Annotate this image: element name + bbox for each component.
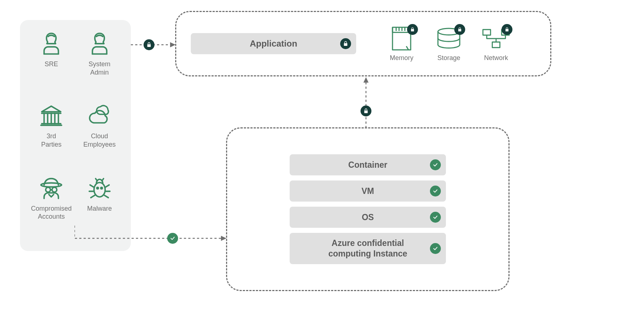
person-icon [87, 31, 112, 56]
threat-label: SystemAdmin [89, 60, 110, 76]
svg-marker-32 [170, 42, 176, 47]
lock-icon [361, 106, 371, 116]
threat-item-cloudemployees: CloudEmployees [83, 103, 116, 148]
svg-line-18 [105, 185, 109, 187]
threat-label: Malware [87, 204, 112, 213]
stack-label: OS [362, 212, 374, 223]
svg-line-13 [96, 178, 97, 181]
svg-point-22 [101, 187, 102, 188]
resource-label: Memory [390, 54, 413, 62]
threat-label: SRE [45, 60, 58, 68]
lock-icon [502, 24, 512, 35]
threat-label: CloudEmployees [83, 132, 116, 148]
threat-item-sre: SRE [39, 31, 64, 68]
resource-label: Storage [437, 54, 460, 62]
check-icon [430, 159, 441, 170]
threat-item-sysadmin: SystemAdmin [87, 31, 112, 76]
check-icon [430, 212, 441, 223]
stack-label: Azure confidential computing Instance [311, 238, 424, 259]
threat-item-malware: Malware [87, 175, 112, 213]
person-icon [39, 31, 64, 56]
resource-label: Network [484, 54, 508, 62]
svg-marker-35 [363, 77, 369, 83]
svg-marker-33 [221, 236, 226, 241]
stack-chip-os: OS [290, 207, 446, 228]
stack-label: Container [348, 160, 387, 170]
spy-icon [39, 175, 64, 201]
stack-chip-container: Container [290, 154, 446, 175]
threat-label: 3rdParties [41, 132, 61, 148]
svg-point-10 [52, 187, 57, 192]
svg-rect-28 [483, 29, 491, 35]
svg-point-9 [46, 187, 51, 192]
application-label: Application [250, 39, 297, 49]
application-chip: Application [191, 33, 356, 54]
lock-icon [407, 24, 418, 35]
resource-network: Network [482, 26, 511, 62]
check-icon [430, 243, 441, 254]
svg-point-12 [94, 182, 105, 196]
stack-label: VM [362, 186, 374, 196]
resource-storage: Storage [434, 26, 463, 62]
lock-icon [340, 38, 351, 49]
svg-line-14 [102, 178, 103, 181]
resource-memory: Memory [387, 26, 416, 62]
application-layer-box: Application Memory [175, 11, 551, 76]
bug-icon [87, 175, 112, 201]
threat-item-thirdparties: 3rdParties [39, 103, 64, 148]
check-icon [167, 233, 178, 244]
threat-panel: SRE SystemAdmin 3rdParties CloudEmp [20, 20, 131, 251]
threat-label: CompromisedAccounts [31, 204, 72, 221]
svg-line-20 [104, 195, 108, 198]
lock-icon [144, 39, 154, 50]
stack-chip-azure-cc: Azure confidential computing Instance [290, 233, 446, 264]
svg-line-17 [91, 195, 95, 198]
stack-chip-vm: VM [290, 180, 446, 202]
connector-stack-to-app [361, 77, 371, 128]
svg-rect-30 [492, 42, 500, 47]
lock-icon [454, 24, 465, 35]
svg-line-15 [90, 185, 94, 187]
clouds-icon [87, 103, 112, 128]
threat-item-compromised: CompromisedAccounts [31, 175, 72, 221]
check-icon [430, 186, 441, 196]
infra-stack-box: Container VM OS Azure confidential compu… [226, 127, 510, 291]
institution-icon [39, 103, 64, 128]
svg-point-21 [97, 187, 98, 188]
